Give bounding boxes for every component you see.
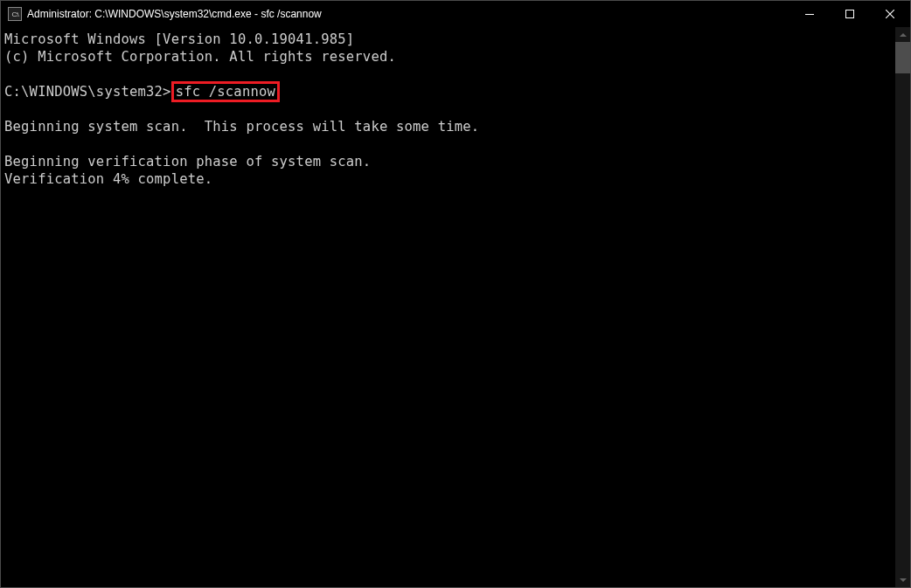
window-controls bbox=[789, 1, 910, 27]
maximize-button[interactable] bbox=[830, 1, 870, 27]
minimize-button[interactable] bbox=[789, 1, 830, 27]
svg-rect-0 bbox=[805, 14, 814, 15]
prompt-text: C:\WINDOWS\system32> bbox=[4, 84, 171, 100]
cmd-icon: C:\ bbox=[8, 7, 22, 21]
scroll-thumb[interactable] bbox=[895, 42, 910, 73]
output-line: Verification 4% complete. bbox=[4, 171, 212, 187]
scroll-up-arrow-icon[interactable] bbox=[895, 27, 910, 42]
output-line: (c) Microsoft Corporation. All rights re… bbox=[4, 49, 396, 65]
terminal-output[interactable]: Microsoft Windows [Version 10.0.19041.98… bbox=[1, 27, 895, 587]
command-highlight: sfc /scannow bbox=[171, 81, 280, 102]
window-titlebar[interactable]: C:\ Administrator: C:\WINDOWS\system32\c… bbox=[1, 1, 910, 27]
output-line: Beginning verification phase of system s… bbox=[4, 154, 371, 169]
scroll-down-arrow-icon[interactable] bbox=[895, 572, 910, 587]
vertical-scrollbar[interactable] bbox=[895, 27, 910, 587]
close-button[interactable] bbox=[870, 1, 910, 27]
output-line: Beginning system scan. This process will… bbox=[4, 119, 479, 135]
window-title: Administrator: C:\WINDOWS\system32\cmd.e… bbox=[27, 8, 789, 20]
svg-rect-1 bbox=[846, 10, 854, 18]
scroll-track[interactable] bbox=[895, 42, 910, 572]
output-line: Microsoft Windows [Version 10.0.19041.98… bbox=[4, 31, 354, 47]
